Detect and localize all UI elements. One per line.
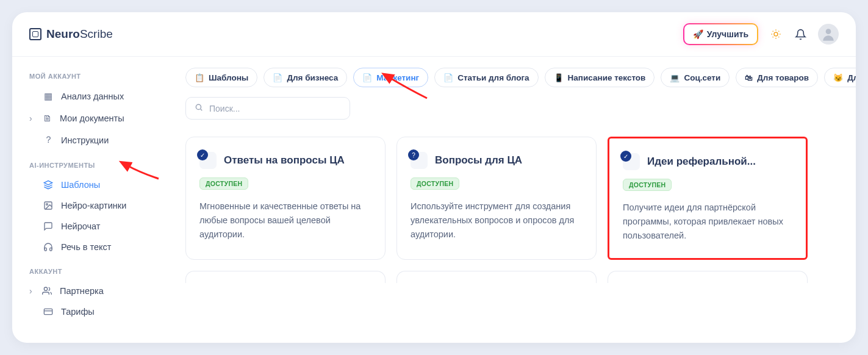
svg-rect-6 xyxy=(44,309,52,314)
doc-icon: 🗎 xyxy=(41,113,52,123)
sidebar-item-label: Речь в текст xyxy=(61,242,111,252)
card-answers[interactable]: ✓ Ответы на вопросы ЦА ДОСТУПЕН Мгновенн… xyxy=(185,137,386,260)
category-pills: 📋Шаблоны 📄Для бизнеса 📄Маркетинг 📄Статьи… xyxy=(185,68,856,87)
sidebar-item-plans[interactable]: Тарифы xyxy=(24,302,171,321)
sidebar-item-analytics[interactable]: ▦ Анализ данных xyxy=(24,86,171,107)
upgrade-button[interactable]: 🚀 Улучшить xyxy=(683,23,758,45)
question-badge-icon: ? xyxy=(408,149,419,160)
main-content: 📋Шаблоны 📄Для бизнеса 📄Маркетинг 📄Статьи… xyxy=(177,57,856,343)
card-description: Мгновенные и качественные ответы на любы… xyxy=(199,199,371,242)
card-title: Идеи реферальной... xyxy=(647,156,756,168)
clipboard-icon: 📋 xyxy=(195,73,204,82)
doc-icon: 📄 xyxy=(273,73,282,82)
status-badge: ДОСТУПЕН xyxy=(623,179,672,191)
avatar[interactable] xyxy=(818,24,839,45)
sidebar-item-documents[interactable]: 🗎 Мои документы xyxy=(24,108,171,128)
sun-icon xyxy=(770,29,781,40)
body: МОЙ АККАУНТ ▦ Анализ данных 🗎 Мои докуме… xyxy=(12,57,856,343)
check-badge-icon: ✓ xyxy=(197,149,208,160)
logo-icon xyxy=(29,28,41,40)
sidebar-item-chat[interactable]: Нейрочат xyxy=(24,217,171,236)
sidebar-item-images[interactable]: Нейро-картинки xyxy=(24,196,171,215)
pill-blog[interactable]: 📄Статьи для блога xyxy=(434,68,538,87)
app-window: NeuroScribe 🚀 Улучшить МОЙ АККАУНТ ▦ Ана… xyxy=(12,12,856,343)
pill-label: Для товаров xyxy=(757,73,809,82)
pill-label: Написание текстов xyxy=(568,73,646,82)
sidebar-item-speech[interactable]: Речь в текст xyxy=(24,237,171,257)
pill-writing[interactable]: 📱Написание текстов xyxy=(545,68,655,87)
laptop-icon: 💻 xyxy=(670,73,680,82)
search-box[interactable] xyxy=(185,97,350,120)
image-icon xyxy=(43,201,54,210)
card-stub[interactable] xyxy=(185,271,386,283)
headphones-icon xyxy=(43,242,54,252)
doc-icon: 📄 xyxy=(362,73,372,82)
card-title: Ответы на вопросы ЦА xyxy=(224,154,345,167)
sidebar-item-label: Нейрочат xyxy=(61,221,100,231)
search-input[interactable] xyxy=(209,104,341,113)
svg-point-5 xyxy=(44,287,47,290)
status-badge: ДОСТУПЕН xyxy=(411,178,459,190)
card-questions[interactable]: ? Вопросы для ЦА ДОСТУПЕН Используйте ин… xyxy=(396,137,597,260)
logo[interactable]: NeuroScribe xyxy=(29,27,113,41)
sidebar-item-label: Нейро-картинки xyxy=(61,201,126,210)
card-description: Получите идеи для партнёрской программы,… xyxy=(623,201,792,243)
logo-text-bold: Neuro xyxy=(46,27,80,40)
card-icon: ✓ xyxy=(623,153,640,170)
pill-business[interactable]: 📄Для бизнеса xyxy=(264,68,347,87)
layers-icon xyxy=(43,180,54,190)
sidebar-item-instructions[interactable]: ？ Инструкции xyxy=(24,129,171,151)
template-cards-row2 xyxy=(185,271,856,283)
card-referral[interactable]: ✓ Идеи реферальной... ДОСТУПЕН Получите … xyxy=(608,137,808,260)
sidebar-item-label: Тарифы xyxy=(61,307,95,317)
user-icon xyxy=(820,26,836,42)
header: NeuroScribe 🚀 Улучшить xyxy=(12,12,856,57)
upgrade-label: Улучшить xyxy=(707,29,748,39)
pill-label: Для сайта xyxy=(847,73,856,82)
grid-icon: ▦ xyxy=(43,91,54,102)
card-description: Используйте инструмент для создания увле… xyxy=(411,199,583,242)
check-badge-icon: ✓ xyxy=(620,151,631,162)
svg-point-4 xyxy=(46,204,48,206)
pill-marketing[interactable]: 📄Маркетинг xyxy=(353,68,428,87)
card-stub[interactable] xyxy=(608,271,808,283)
users-icon xyxy=(41,286,52,296)
sidebar-item-partners[interactable]: Партнерка xyxy=(24,281,171,301)
theme-toggle[interactable] xyxy=(767,25,785,43)
sidebar-section-user: АККАУНТ xyxy=(29,268,166,275)
sidebar-item-label: Шаблоны xyxy=(61,180,100,190)
bell-icon xyxy=(795,29,806,40)
pill-label: Для бизнеса xyxy=(287,73,338,82)
svg-point-0 xyxy=(774,32,778,36)
svg-point-7 xyxy=(196,104,201,109)
pill-label: Маркетинг xyxy=(376,73,419,82)
card-stub[interactable] xyxy=(396,271,597,283)
pill-label: Статьи для блога xyxy=(457,73,529,82)
bag-icon: 🛍 xyxy=(745,73,753,82)
pill-social[interactable]: 💻Соц.сети xyxy=(661,68,730,87)
pill-site[interactable]: 😼Для сайта xyxy=(824,68,856,87)
doc-icon: 📄 xyxy=(443,73,453,82)
card-title: Вопросы для ЦА xyxy=(435,154,522,167)
search-icon xyxy=(195,103,203,113)
chat-icon xyxy=(43,221,54,231)
notifications-button[interactable] xyxy=(791,25,809,43)
sidebar-section-tools: AI-ИНСТРУМЕНТЫ xyxy=(29,162,166,169)
sidebar-section-account: МОЙ АККАУНТ xyxy=(29,73,166,80)
sidebar-item-label: Инструкции xyxy=(61,135,109,145)
phone-icon: 📱 xyxy=(554,73,564,82)
card-icon: ? xyxy=(411,152,428,169)
logo-text-thin: Scribe xyxy=(80,27,113,40)
cat-icon: 😼 xyxy=(833,73,843,82)
svg-point-1 xyxy=(826,29,831,34)
pill-products[interactable]: 🛍Для товаров xyxy=(736,68,818,87)
svg-marker-2 xyxy=(44,181,52,185)
pill-label: Соц.сети xyxy=(684,73,720,82)
sidebar-item-label: Мои документы xyxy=(60,113,124,123)
sidebar-item-label: Партнерка xyxy=(60,286,104,296)
sidebar-item-templates[interactable]: Шаблоны xyxy=(24,175,171,195)
status-badge: ДОСТУПЕН xyxy=(199,178,248,190)
rocket-icon: 🚀 xyxy=(693,29,703,39)
pill-templates[interactable]: 📋Шаблоны xyxy=(185,68,257,87)
pill-label: Шаблоны xyxy=(209,73,248,82)
